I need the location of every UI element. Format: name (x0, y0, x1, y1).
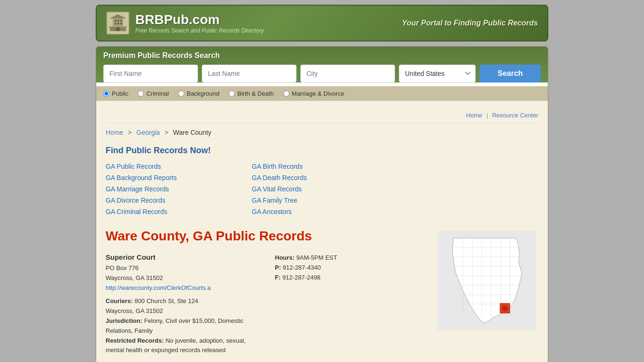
site-title: BRBPub.com (135, 12, 264, 27)
radio-criminal[interactable]: Criminal (138, 90, 169, 97)
svg-rect-6 (117, 20, 119, 22)
find-records-section: Find Public Records Now! GA Public Recor… (106, 146, 538, 217)
link-ga-death-records[interactable]: GA Death Records (252, 173, 388, 183)
last-name-input[interactable] (202, 65, 297, 82)
radio-public[interactable]: Public (103, 90, 128, 97)
radio-marriage-divorce[interactable]: Marriage & Divorce (283, 90, 344, 97)
find-records-title: Find Public Records Now! (106, 146, 538, 156)
link-ga-background-reports[interactable]: GA Background Reports (106, 173, 242, 183)
georgia-map (435, 229, 538, 334)
nav-home-link[interactable]: Home (466, 112, 482, 119)
court-restricted: Restricted Records: No juvenile, adoptio… (106, 336, 256, 356)
radio-section: Public Criminal Background Birth & Death… (96, 86, 548, 101)
svg-point-27 (502, 305, 508, 311)
nav-separator: | (487, 112, 488, 119)
breadcrumb-home[interactable]: Home (106, 129, 123, 136)
georgia-map-svg (435, 229, 538, 332)
main-box: Premium Public Records Search United Sta… (96, 46, 548, 362)
first-name-input[interactable] (103, 65, 198, 82)
city-input[interactable] (300, 65, 395, 82)
search-fields: United States Alabama Alaska Arizona Ark… (103, 65, 541, 82)
court-hours: Hours: 9AM-5PM EST P: 912-287-4340 F: 91… (275, 253, 425, 282)
court-name: Superior Court (106, 253, 256, 261)
link-ga-public-records[interactable]: GA Public Records (106, 161, 242, 172)
link-ga-ancestors[interactable]: GA Ancestors (252, 206, 388, 217)
court-right-col: Hours: 9AM-5PM EST P: 912-287-4340 F: 91… (275, 253, 425, 355)
breadcrumb-state[interactable]: Georgia (136, 129, 160, 136)
county-title: Ware County, GA Public Records (106, 229, 425, 244)
header-tagline: Your Portal to Finding Public Records (402, 19, 538, 27)
radio-birth-death[interactable]: Birth & Death (229, 90, 273, 97)
logo-icon (106, 11, 130, 35)
building-icon (108, 13, 128, 33)
radio-background[interactable]: Background (178, 90, 219, 97)
link-ga-divorce-records[interactable]: GA Divorce Records (106, 195, 242, 206)
state-select[interactable]: United States Alabama Alaska Arizona Ark… (399, 65, 476, 82)
nav-resource-link[interactable]: Resource Center (492, 112, 538, 119)
header-left: BRBPub.com Free Records Search and Publi… (106, 11, 264, 35)
header-box: BRBPub.com Free Records Search and Publi… (96, 5, 548, 41)
svg-rect-9 (117, 23, 119, 25)
county-section: Ware County, GA Public Records Superior … (106, 229, 538, 362)
link-ga-vital-records[interactable]: GA Vital Records (252, 184, 388, 194)
county-info: Ware County, GA Public Records Superior … (106, 229, 425, 362)
link-ga-family-tree[interactable]: GA Family Tree (252, 195, 388, 206)
svg-rect-2 (113, 18, 123, 26)
link-ga-birth-records[interactable]: GA Birth Records (252, 161, 388, 172)
site-subtitle: Free Records Search and Public Records D… (135, 27, 264, 34)
court-url-link[interactable]: http://warecounty.com/ClerkOfCourts.a (106, 284, 211, 291)
svg-rect-11 (116, 27, 120, 31)
svg-rect-10 (120, 23, 122, 25)
content-area: Home | Resource Center Home > Georgia > … (96, 101, 548, 362)
court-couriers: Couriers: 800 Church St, Ste 124 Waycros… (106, 296, 256, 316)
court-info-row: Superior Court PO Box 776 Waycross, GA 3… (106, 253, 425, 355)
court-block-superior: Superior Court PO Box 776 Waycross, GA 3… (106, 253, 425, 355)
court-jurisdiction: Jurisdiction: Felony, Civil over $15,000… (106, 316, 256, 336)
svg-marker-4 (111, 14, 125, 18)
search-section-title: Premium Public Records Search (103, 51, 541, 60)
records-links-grid: GA Public Records GA Birth Records GA Ba… (106, 161, 388, 217)
header-brand: BRBPub.com Free Records Search and Publi… (135, 12, 264, 34)
link-ga-criminal-records[interactable]: GA Criminal Records (106, 206, 242, 217)
breadcrumb-county: Ware County (173, 129, 211, 136)
search-button[interactable]: Search (479, 65, 541, 82)
svg-rect-8 (115, 23, 116, 25)
svg-rect-7 (120, 20, 122, 22)
link-ga-marriage-records[interactable]: GA Marriage Records (106, 184, 242, 194)
breadcrumb: Home > Georgia > Ware County (106, 129, 538, 136)
svg-rect-5 (115, 20, 116, 22)
court-left-col: Superior Court PO Box 776 Waycross, GA 3… (106, 253, 256, 355)
top-nav: Home | Resource Center (106, 108, 538, 123)
court-address: PO Box 776 Waycross, GA 31502 http://war… (106, 263, 256, 293)
search-section: Premium Public Records Search United Sta… (96, 47, 548, 82)
